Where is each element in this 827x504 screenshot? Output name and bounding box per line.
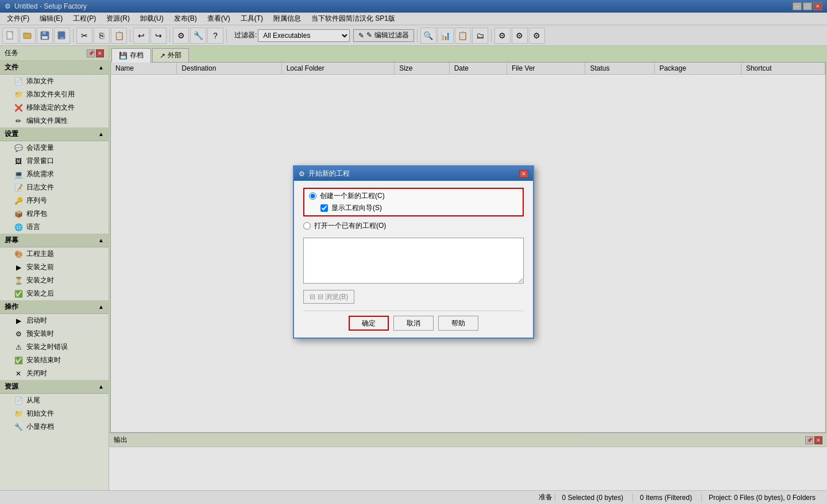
- dialog-close-btn[interactable]: ✕: [519, 170, 528, 178]
- create-new-label: 创建一个新的工程(C): [320, 191, 385, 201]
- dialog-action-buttons: 确定 取消 帮助: [303, 311, 524, 331]
- dialog-title: 开始新的工程: [308, 169, 350, 179]
- new-project-dialog: ⚙ 开始新的工程 ✕ 创建一个新的工程(C) 显示工程向导(S): [293, 165, 534, 339]
- create-new-option-box: 创建一个新的工程(C) 显示工程向导(S): [303, 188, 524, 216]
- browse-icon: ⊟: [310, 293, 315, 301]
- dialog-icon: ⚙: [299, 170, 305, 178]
- dialog-cancel-button[interactable]: 取消: [393, 316, 434, 331]
- dialog-content: 创建一个新的工程(C) 显示工程向导(S) 打开一个已有的工程(O) ⊟ ⊟ 浏…: [294, 181, 533, 338]
- project-listbox[interactable]: [303, 238, 524, 284]
- browse-label: ⊟ 浏览(B): [318, 292, 348, 302]
- open-existing-label: 打开一个已有的工程(O): [314, 221, 386, 231]
- show-wizard-item: 显示工程向导(S): [309, 203, 518, 213]
- show-wizard-checkbox[interactable]: [320, 204, 328, 212]
- dialog-titlebar: ⚙ 开始新的工程 ✕: [294, 166, 533, 181]
- create-new-radio-item: 创建一个新的工程(C): [309, 191, 518, 201]
- show-wizard-label: 显示工程向导(S): [331, 203, 382, 213]
- open-existing-radio[interactable]: [303, 222, 311, 230]
- dialog-help-button[interactable]: 帮助: [438, 316, 478, 331]
- browse-button[interactable]: ⊟ ⊟ 浏览(B): [303, 290, 354, 304]
- dialog-ok-button[interactable]: 确定: [349, 316, 389, 331]
- dialog-titlebar-left: ⚙ 开始新的工程: [299, 169, 350, 179]
- dialog-overlay: ⚙ 开始新的工程 ✕ 创建一个新的工程(C) 显示工程向导(S): [0, 0, 827, 504]
- open-existing-radio-item: 打开一个已有的工程(O): [303, 221, 524, 231]
- create-new-radio[interactable]: [309, 192, 316, 200]
